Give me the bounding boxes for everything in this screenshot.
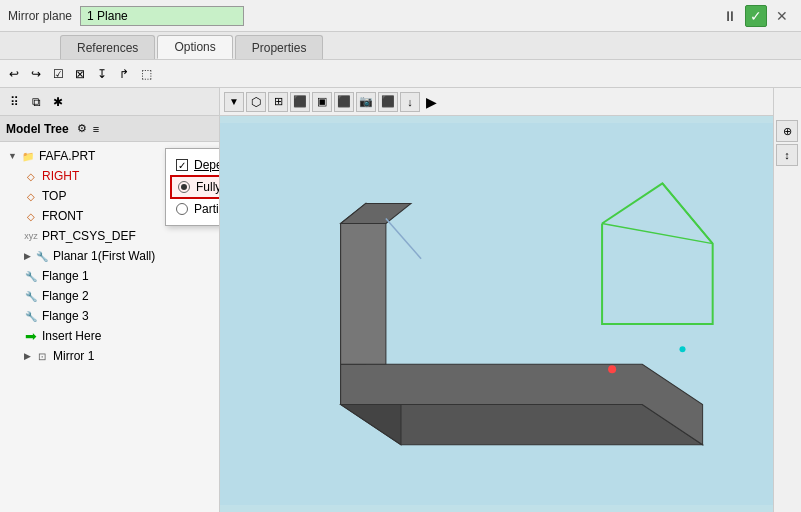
diamond-icon-top: ◇ — [24, 189, 38, 203]
label-fully-dependent: Fully dependent with options to vary — [196, 180, 220, 194]
expand-arrow-planar1: ▶ — [24, 251, 31, 261]
checkbox-dependent-copy[interactable]: ✓ — [176, 159, 188, 171]
toolbar-icon-redo[interactable]: ↪ — [26, 64, 46, 84]
tree-label-mirror1: Mirror 1 — [53, 349, 94, 363]
model-tree-label: Model Tree — [6, 122, 69, 136]
viewport-btn-dropdown[interactable]: ▼ — [224, 92, 244, 112]
left-panel: ⠿ ⧉ ✱ Model Tree ⚙ ≡ ▼ 📁 FAFA.PRT ◇ RIGH… — [0, 88, 220, 512]
mirror-plane-input[interactable] — [80, 6, 244, 26]
tree-label-right: RIGHT — [42, 169, 79, 183]
tree-label-fafa: FAFA.PRT — [39, 149, 95, 163]
tree-label-planar1: Planar 1(First Wall) — [53, 249, 155, 263]
options-dropdown: ✓ Dependent Copy Fully dependent with op… — [165, 148, 220, 226]
main-area: ⠿ ⧉ ✱ Model Tree ⚙ ≡ ▼ 📁 FAFA.PRT ◇ RIGH… — [0, 88, 801, 512]
viewport-btn-rotate[interactable]: ⬛ — [334, 92, 354, 112]
tree-icon-star[interactable]: ✱ — [48, 92, 68, 112]
viewport-btn-photo[interactable]: 📷 — [356, 92, 376, 112]
flange-icon-2: 🔧 — [24, 289, 38, 303]
tree-item-flange1[interactable]: 🔧 Flange 1 — [0, 266, 219, 286]
toolbar-icon-box[interactable]: ⬚ — [136, 64, 156, 84]
tree-item-flange3[interactable]: 🔧 Flange 3 — [0, 306, 219, 326]
tree-item-flange2[interactable]: 🔧 Flange 2 — [0, 286, 219, 306]
viewport-btn-more[interactable]: ▶ — [422, 94, 437, 110]
model-tree-header: Model Tree ⚙ ≡ — [0, 116, 219, 142]
expand-arrow-mirror1: ▶ — [24, 351, 31, 361]
model-tree-expand-icon[interactable]: ≡ — [93, 123, 99, 135]
pause-button[interactable]: ⏸ — [719, 5, 741, 27]
vtb-zoom-fit[interactable]: ↕ — [776, 144, 798, 166]
viewport-btn-capture[interactable]: ⊞ — [268, 92, 288, 112]
tree-label-front: FRONT — [42, 209, 83, 223]
tree-item-planar1[interactable]: ▶ 🔧 Planar 1(First Wall) — [0, 246, 219, 266]
tree-item-prt-csys[interactable]: xyz PRT_CSYS_DEF — [0, 226, 219, 246]
option-fully-dependent[interactable]: Fully dependent with options to vary — [170, 175, 220, 199]
tree-icon-copy[interactable]: ⧉ — [26, 92, 46, 112]
expand-arrow-fafa: ▼ — [8, 151, 17, 161]
viewport-toolbar: ▼ ⬡ ⊞ ⬛ ▣ ⬛ 📷 ⬛ ↓ ▶ — [220, 88, 773, 116]
tree-icons-row: ⠿ ⧉ ✱ — [0, 88, 219, 116]
model-tree-settings-icon[interactable]: ⚙ — [77, 122, 87, 135]
flange-icon-planar1: 🔧 — [35, 249, 49, 263]
viewport-btn-down[interactable]: ↓ — [400, 92, 420, 112]
option-dependent-copy[interactable]: ✓ Dependent Copy — [170, 155, 220, 175]
svg-rect-0 — [220, 123, 773, 505]
mirror-plane-label: Mirror plane — [8, 9, 72, 23]
tabs-row: References Options Properties — [0, 32, 801, 60]
top-toolbar-icons: ⏸ ✓ ✕ — [719, 5, 793, 27]
toolbar-icon-down[interactable]: ↧ — [92, 64, 112, 84]
tab-references[interactable]: References — [60, 35, 155, 59]
axis-icon-csys: xyz — [24, 229, 38, 243]
tree-label-top: TOP — [42, 189, 66, 203]
svg-point-11 — [679, 346, 685, 352]
flange-icon-3: 🔧 — [24, 309, 38, 323]
tree-item-insert[interactable]: ➡ Insert Here — [0, 326, 219, 346]
svg-point-10 — [608, 365, 616, 373]
tree-label-insert: Insert Here — [42, 329, 101, 343]
toolbar-icon-undo[interactable]: ↩ — [4, 64, 24, 84]
mirror-icon-1: ⊡ — [35, 349, 49, 363]
tree-icon-grid[interactable]: ⠿ — [4, 92, 24, 112]
folder-icon-fafa: 📁 — [21, 149, 35, 163]
tree-label-prt-csys: PRT_CSYS_DEF — [42, 229, 136, 243]
svg-marker-6 — [341, 224, 386, 365]
viewport-btn-view[interactable]: ⬡ — [246, 92, 266, 112]
tree-label-flange2: Flange 2 — [42, 289, 89, 303]
viewport-btn-shading[interactable]: ⬛ — [290, 92, 310, 112]
toolbar-icon-cross[interactable]: ⊠ — [70, 64, 90, 84]
tree-label-flange1: Flange 1 — [42, 269, 89, 283]
flange-icon-1: 🔧 — [24, 269, 38, 283]
label-partial-dependent: Partial dependent - Dimensions and AE De… — [194, 202, 220, 216]
tree-label-flange3: Flange 3 — [42, 309, 89, 323]
viewport-btn-zoom[interactable]: ⬛ — [378, 92, 398, 112]
insert-icon: ➡ — [24, 329, 38, 343]
diamond-icon-right: ◇ — [24, 169, 38, 183]
label-dependent-copy: Dependent Copy — [194, 158, 220, 172]
tree-item-mirror1[interactable]: ▶ ⊡ Mirror 1 — [0, 346, 219, 366]
option-partial-dependent[interactable]: Partial dependent - Dimensions and AE De… — [170, 199, 220, 219]
tab-options[interactable]: Options — [157, 35, 232, 59]
accept-button[interactable]: ✓ — [745, 5, 767, 27]
vertical-toolbar: ⊕ ↕ — [773, 88, 801, 512]
diamond-icon-front: ◇ — [24, 209, 38, 223]
model-3d-view — [220, 116, 773, 512]
vtb-zoom-in[interactable]: ⊕ — [776, 120, 798, 142]
top-toolbar: Mirror plane ⏸ ✓ ✕ — [0, 0, 801, 32]
toolbar-icon-branch[interactable]: ↱ — [114, 64, 134, 84]
toolbar-icon-check[interactable]: ☑ — [48, 64, 68, 84]
tab-properties[interactable]: Properties — [235, 35, 324, 59]
radio-partial-dependent[interactable] — [176, 203, 188, 215]
second-toolbar: ↩ ↪ ☑ ⊠ ↧ ↱ ⬚ — [0, 60, 801, 88]
right-viewport: ▼ ⬡ ⊞ ⬛ ▣ ⬛ 📷 ⬛ ↓ ▶ ⊕ ↕ — [220, 88, 801, 512]
cancel-button[interactable]: ✕ — [771, 5, 793, 27]
viewport-btn-model[interactable]: ▣ — [312, 92, 332, 112]
radio-fully-dependent[interactable] — [178, 181, 190, 193]
